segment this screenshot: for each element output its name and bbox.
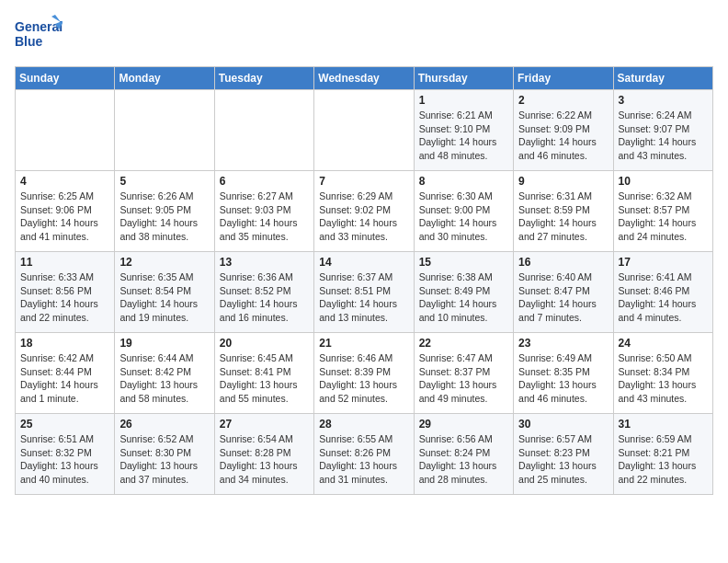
calendar-cell: 6Sunrise: 6:27 AM Sunset: 9:03 PM Daylig… bbox=[214, 171, 313, 252]
calendar-cell: 24Sunrise: 6:50 AM Sunset: 8:34 PM Dayli… bbox=[613, 333, 712, 414]
calendar-cell bbox=[314, 90, 414, 171]
weekday-header-saturday: Saturday bbox=[613, 67, 712, 90]
calendar-cell: 26Sunrise: 6:52 AM Sunset: 8:30 PM Dayli… bbox=[115, 414, 214, 495]
svg-text:Blue: Blue bbox=[15, 34, 43, 49]
day-number: 9 bbox=[518, 175, 608, 188]
day-number: 3 bbox=[619, 94, 708, 107]
day-info: Sunrise: 6:38 AM Sunset: 8:49 PM Dayligh… bbox=[419, 270, 508, 325]
weekday-header-row: SundayMondayTuesdayWednesdayThursdayFrid… bbox=[16, 67, 713, 90]
day-number: 31 bbox=[619, 418, 708, 431]
day-number: 27 bbox=[220, 418, 309, 431]
day-number: 25 bbox=[20, 418, 109, 431]
day-info: Sunrise: 6:46 AM Sunset: 8:39 PM Dayligh… bbox=[319, 351, 408, 406]
day-number: 4 bbox=[20, 175, 109, 188]
day-info: Sunrise: 6:59 AM Sunset: 8:21 PM Dayligh… bbox=[619, 432, 708, 487]
day-info: Sunrise: 6:35 AM Sunset: 8:54 PM Dayligh… bbox=[119, 270, 209, 325]
page-header: General Blue bbox=[15, 15, 713, 55]
calendar-cell: 25Sunrise: 6:51 AM Sunset: 8:32 PM Dayli… bbox=[16, 414, 115, 495]
day-info: Sunrise: 6:22 AM Sunset: 9:09 PM Dayligh… bbox=[518, 109, 608, 163]
day-info: Sunrise: 6:33 AM Sunset: 8:56 PM Dayligh… bbox=[20, 270, 109, 325]
day-info: Sunrise: 6:57 AM Sunset: 8:23 PM Dayligh… bbox=[518, 432, 608, 487]
calendar-week-row: 1Sunrise: 6:21 AM Sunset: 9:10 PM Daylig… bbox=[16, 90, 713, 171]
calendar-cell bbox=[214, 90, 313, 171]
weekday-header-sunday: Sunday bbox=[16, 67, 115, 90]
day-info: Sunrise: 6:29 AM Sunset: 9:02 PM Dayligh… bbox=[319, 190, 408, 244]
day-info: Sunrise: 6:50 AM Sunset: 8:34 PM Dayligh… bbox=[619, 351, 708, 406]
calendar-cell: 29Sunrise: 6:56 AM Sunset: 8:24 PM Dayli… bbox=[414, 414, 513, 495]
day-number: 6 bbox=[220, 175, 309, 188]
day-number: 1 bbox=[419, 94, 508, 107]
calendar-cell: 23Sunrise: 6:49 AM Sunset: 8:35 PM Dayli… bbox=[514, 333, 613, 414]
calendar-cell: 18Sunrise: 6:42 AM Sunset: 8:44 PM Dayli… bbox=[16, 333, 115, 414]
calendar-cell: 13Sunrise: 6:36 AM Sunset: 8:52 PM Dayli… bbox=[214, 252, 313, 333]
day-number: 22 bbox=[419, 337, 508, 350]
calendar-cell: 5Sunrise: 6:26 AM Sunset: 9:05 PM Daylig… bbox=[115, 171, 214, 252]
day-info: Sunrise: 6:56 AM Sunset: 8:24 PM Dayligh… bbox=[419, 432, 508, 487]
calendar-week-row: 18Sunrise: 6:42 AM Sunset: 8:44 PM Dayli… bbox=[16, 333, 713, 414]
day-info: Sunrise: 6:52 AM Sunset: 8:30 PM Dayligh… bbox=[119, 432, 209, 487]
logo-container: General Blue bbox=[15, 15, 63, 55]
day-info: Sunrise: 6:37 AM Sunset: 8:51 PM Dayligh… bbox=[319, 270, 408, 325]
day-number: 8 bbox=[419, 175, 508, 188]
day-info: Sunrise: 6:32 AM Sunset: 8:57 PM Dayligh… bbox=[619, 190, 708, 244]
calendar-cell: 27Sunrise: 6:54 AM Sunset: 8:28 PM Dayli… bbox=[214, 414, 313, 495]
day-info: Sunrise: 6:27 AM Sunset: 9:03 PM Dayligh… bbox=[220, 190, 309, 244]
calendar-cell: 19Sunrise: 6:44 AM Sunset: 8:42 PM Dayli… bbox=[115, 333, 214, 414]
day-info: Sunrise: 6:30 AM Sunset: 9:00 PM Dayligh… bbox=[419, 190, 508, 244]
day-number: 12 bbox=[119, 256, 209, 269]
day-info: Sunrise: 6:41 AM Sunset: 8:46 PM Dayligh… bbox=[619, 270, 708, 325]
day-info: Sunrise: 6:36 AM Sunset: 8:52 PM Dayligh… bbox=[220, 270, 309, 325]
day-info: Sunrise: 6:25 AM Sunset: 9:06 PM Dayligh… bbox=[20, 190, 109, 244]
calendar-cell: 28Sunrise: 6:55 AM Sunset: 8:26 PM Dayli… bbox=[314, 414, 414, 495]
day-number: 21 bbox=[319, 337, 408, 350]
calendar-cell: 30Sunrise: 6:57 AM Sunset: 8:23 PM Dayli… bbox=[514, 414, 613, 495]
day-info: Sunrise: 6:26 AM Sunset: 9:05 PM Dayligh… bbox=[119, 190, 209, 244]
day-info: Sunrise: 6:49 AM Sunset: 8:35 PM Dayligh… bbox=[518, 351, 608, 406]
calendar-cell: 21Sunrise: 6:46 AM Sunset: 8:39 PM Dayli… bbox=[314, 333, 414, 414]
logo: General Blue bbox=[15, 15, 63, 55]
day-number: 13 bbox=[220, 256, 309, 269]
day-info: Sunrise: 6:54 AM Sunset: 8:28 PM Dayligh… bbox=[220, 432, 309, 487]
day-number: 18 bbox=[20, 337, 109, 350]
calendar-cell bbox=[16, 90, 115, 171]
calendar-cell: 20Sunrise: 6:45 AM Sunset: 8:41 PM Dayli… bbox=[214, 333, 313, 414]
weekday-header-monday: Monday bbox=[115, 67, 214, 90]
calendar-week-row: 4Sunrise: 6:25 AM Sunset: 9:06 PM Daylig… bbox=[16, 171, 713, 252]
calendar-cell: 8Sunrise: 6:30 AM Sunset: 9:00 PM Daylig… bbox=[414, 171, 513, 252]
day-number: 16 bbox=[518, 256, 608, 269]
day-info: Sunrise: 6:55 AM Sunset: 8:26 PM Dayligh… bbox=[319, 432, 408, 487]
day-number: 20 bbox=[220, 337, 309, 350]
calendar-cell: 16Sunrise: 6:40 AM Sunset: 8:47 PM Dayli… bbox=[514, 252, 613, 333]
day-info: Sunrise: 6:31 AM Sunset: 8:59 PM Dayligh… bbox=[518, 190, 608, 244]
calendar-cell bbox=[115, 90, 214, 171]
day-number: 7 bbox=[319, 175, 408, 188]
day-info: Sunrise: 6:47 AM Sunset: 8:37 PM Dayligh… bbox=[419, 351, 508, 406]
day-info: Sunrise: 6:45 AM Sunset: 8:41 PM Dayligh… bbox=[220, 351, 309, 406]
day-number: 2 bbox=[518, 94, 608, 107]
day-number: 10 bbox=[619, 175, 708, 188]
calendar-cell: 1Sunrise: 6:21 AM Sunset: 9:10 PM Daylig… bbox=[414, 90, 513, 171]
calendar-cell: 31Sunrise: 6:59 AM Sunset: 8:21 PM Dayli… bbox=[613, 414, 712, 495]
day-number: 23 bbox=[518, 337, 608, 350]
day-info: Sunrise: 6:24 AM Sunset: 9:07 PM Dayligh… bbox=[619, 109, 708, 163]
day-number: 5 bbox=[119, 175, 209, 188]
calendar-cell: 11Sunrise: 6:33 AM Sunset: 8:56 PM Dayli… bbox=[16, 252, 115, 333]
day-number: 29 bbox=[419, 418, 508, 431]
calendar-cell: 4Sunrise: 6:25 AM Sunset: 9:06 PM Daylig… bbox=[16, 171, 115, 252]
logo-graphic: General Blue bbox=[15, 15, 63, 55]
day-number: 15 bbox=[419, 256, 508, 269]
calendar-table: SundayMondayTuesdayWednesdayThursdayFrid… bbox=[15, 66, 713, 495]
day-number: 26 bbox=[119, 418, 209, 431]
calendar-cell: 22Sunrise: 6:47 AM Sunset: 8:37 PM Dayli… bbox=[414, 333, 513, 414]
day-number: 17 bbox=[619, 256, 708, 269]
weekday-header-tuesday: Tuesday bbox=[214, 67, 313, 90]
day-info: Sunrise: 6:21 AM Sunset: 9:10 PM Dayligh… bbox=[419, 109, 508, 163]
calendar-cell: 3Sunrise: 6:24 AM Sunset: 9:07 PM Daylig… bbox=[613, 90, 712, 171]
calendar-week-row: 25Sunrise: 6:51 AM Sunset: 8:32 PM Dayli… bbox=[16, 414, 713, 495]
day-info: Sunrise: 6:40 AM Sunset: 8:47 PM Dayligh… bbox=[518, 270, 608, 325]
weekday-header-thursday: Thursday bbox=[414, 67, 513, 90]
weekday-header-wednesday: Wednesday bbox=[314, 67, 414, 90]
calendar-cell: 12Sunrise: 6:35 AM Sunset: 8:54 PM Dayli… bbox=[115, 252, 214, 333]
calendar-week-row: 11Sunrise: 6:33 AM Sunset: 8:56 PM Dayli… bbox=[16, 252, 713, 333]
calendar-cell: 17Sunrise: 6:41 AM Sunset: 8:46 PM Dayli… bbox=[613, 252, 712, 333]
